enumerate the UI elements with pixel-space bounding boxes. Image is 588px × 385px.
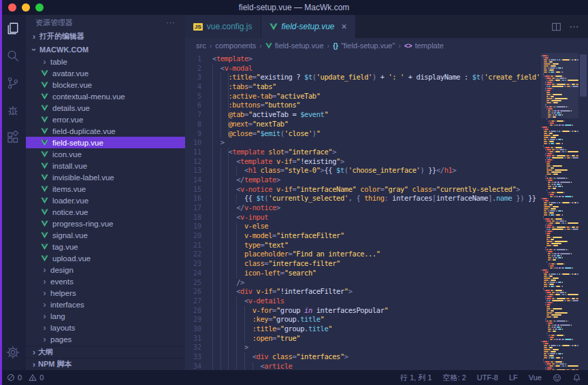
minimize-window-button[interactable] — [22, 3, 30, 12]
code-line[interactable]: 33 <div class="interfaces"> — [185, 352, 541, 362]
code-line[interactable]: 34 <article — [185, 362, 541, 370]
code-line[interactable]: 21 type="text" — [185, 241, 541, 250]
settings-icon[interactable] — [0, 339, 26, 366]
code-line[interactable]: 31 :open="true" — [185, 334, 541, 344]
tree-item-design[interactable]: ›design — [26, 264, 185, 275]
code-line[interactable]: 5 :active-tab="activeTab" — [185, 92, 541, 101]
code-line[interactable]: 27 <v-details — [185, 297, 541, 306]
code-line[interactable]: 23 class="interface-filter" — [185, 259, 541, 269]
tree-item-icon.vue[interactable]: icon.vue — [26, 148, 185, 160]
code-line[interactable]: 3 :title="existing ? $t('update_field') … — [185, 73, 541, 82]
code-token: : — [385, 194, 393, 203]
code-line[interactable]: 16 {{ $t('currently_selected', { thing: … — [185, 194, 541, 203]
workspace-section[interactable]: › MACWK.COM — [26, 43, 185, 56]
tree-item-helpers[interactable]: ›helpers — [26, 287, 185, 299]
code-line[interactable]: 32 > — [185, 343, 541, 352]
notifications-bell-icon[interactable] — [572, 373, 581, 382]
debug-icon[interactable] — [0, 97, 26, 124]
breadcrumb-item[interactable]: field-setup.vue — [265, 41, 324, 50]
explorer-icon[interactable] — [0, 15, 26, 42]
code-line[interactable]: 13 <h1 class="style-0">{{ $t('choose_int… — [185, 166, 541, 175]
code-line[interactable]: 18 <v-input — [185, 213, 541, 222]
code-line[interactable]: 17 </v-notice> — [185, 203, 541, 213]
code-line[interactable]: 1<template> — [185, 54, 541, 64]
code-area[interactable]: 1<template>2 <v-modal3 :title="existing … — [185, 53, 541, 370]
breadcrumb-item[interactable]: components — [215, 41, 256, 50]
tree-item-blocker.vue[interactable]: blocker.vue — [26, 79, 185, 90]
code-line[interactable]: 4 :tabs="tabs" — [185, 82, 541, 92]
sidebar-more-icon[interactable]: ··· — [166, 18, 176, 27]
minimap-line — [541, 171, 578, 173]
tree-item-error.vue[interactable]: error.vue — [26, 114, 185, 125]
encoding-setting[interactable]: UTF-8 — [477, 373, 498, 382]
tree-item-lang[interactable]: ›lang — [26, 310, 185, 322]
cursor-position[interactable]: 行 1, 列 1 — [400, 373, 431, 383]
code-line[interactable]: 12 <template v-if="!existing"> — [185, 157, 541, 167]
minimap-line — [541, 182, 578, 183]
problems-status[interactable]: 0 0 — [7, 373, 44, 382]
tree-item-field-setup.vue[interactable]: field-setup.vue — [26, 137, 185, 148]
breadcrumb-item[interactable]: <>template — [404, 41, 444, 50]
tree-item-contextual-menu.vue[interactable]: contextual-menu.vue — [26, 90, 185, 102]
code-line[interactable]: 20 v-model="interfaceFilter" — [185, 231, 541, 241]
indentation-setting[interactable]: 空格: 2 — [443, 373, 466, 383]
tree-item-signal.vue[interactable]: signal.vue — [26, 229, 185, 241]
code-line[interactable]: 22 placeholder="Find an interface..." — [185, 250, 541, 259]
split-editor-icon[interactable] — [547, 18, 565, 35]
tree-item-pages[interactable]: ›pages — [26, 333, 185, 345]
tree-item-loader.vue[interactable]: loader.vue — [26, 195, 185, 206]
minimap[interactable] — [541, 53, 578, 370]
code-line[interactable]: 14 </template> — [185, 175, 541, 185]
code-line[interactable]: 24 icon-left="search" — [185, 269, 541, 278]
tree-item-layouts[interactable]: ›layouts — [26, 322, 185, 333]
more-actions-icon[interactable] — [565, 18, 583, 35]
npm-scripts-section[interactable]: › NPM 脚本 — [26, 358, 185, 370]
tree-item-items.vue[interactable]: items.vue — [26, 183, 185, 195]
source-control-icon[interactable] — [0, 69, 26, 97]
tree-item-avatar.vue[interactable]: avatar.vue — [26, 67, 185, 79]
code-line[interactable]: 15 <v-notice v-if="interfaceName" color=… — [185, 185, 541, 195]
code-line[interactable]: 7 @tab="activeTab = $event" — [185, 110, 541, 120]
code-line[interactable]: 29 :key="group.title" — [185, 315, 541, 324]
tree-item-upload.vue[interactable]: upload.vue — [26, 252, 185, 264]
code-line[interactable]: 11 <template slot="interface"> — [185, 148, 541, 157]
outline-section[interactable]: › 大纲 — [26, 346, 185, 358]
search-icon[interactable] — [0, 42, 26, 69]
scrollbar-thumb[interactable] — [580, 54, 587, 97]
breadcrumb-item[interactable]: src — [196, 41, 206, 50]
tree-item-notice.vue[interactable]: notice.vue — [26, 206, 185, 218]
close-icon[interactable]: × — [342, 21, 347, 32]
tree-item-interfaces[interactable]: ›interfaces — [26, 299, 185, 310]
tree-item-field-duplicate.vue[interactable]: field-duplicate.vue — [26, 125, 185, 137]
indent-guide — [212, 175, 236, 185]
language-mode[interactable]: Vue — [529, 373, 542, 382]
extensions-icon[interactable] — [0, 124, 26, 151]
tree-item-invisible-label.vue[interactable]: invisible-label.vue — [26, 171, 185, 183]
code-line[interactable]: 10 > — [185, 138, 541, 148]
maximize-window-button[interactable] — [35, 3, 44, 12]
close-window-button[interactable] — [8, 3, 16, 12]
tree-item-install.vue[interactable]: install.vue — [26, 160, 185, 171]
vertical-scrollbar[interactable] — [578, 53, 588, 370]
code-line[interactable]: 28 v-for="group in interfacesPopular" — [185, 306, 541, 316]
code-line[interactable]: 8 @next="nextTab" — [185, 120, 541, 129]
code-line[interactable]: 2 <v-modal — [185, 64, 541, 73]
indent-guide — [212, 324, 252, 334]
tree-item-tag.vue[interactable]: tag.vue — [26, 241, 185, 252]
code-line[interactable]: 26 <div v-if="!interfaceFilter"> — [185, 287, 541, 297]
code-line[interactable]: 25 /> — [185, 278, 541, 288]
code-line[interactable]: 19 v-else — [185, 222, 541, 231]
code-line[interactable]: 6 :buttons="buttons" — [185, 101, 541, 110]
code-line[interactable]: 30 :title="group.title" — [185, 324, 541, 334]
breadcrumb-item[interactable]: {}"field-setup.vue" — [333, 41, 395, 50]
tab-field-setup.vue[interactable]: field-setup.vue× — [261, 15, 356, 38]
tree-item-details.vue[interactable]: details.vue — [26, 102, 185, 114]
eol-setting[interactable]: LF — [509, 373, 518, 382]
tree-item-table[interactable]: ›table — [26, 56, 185, 67]
open-editors-section[interactable]: › 打开的编辑器 — [26, 30, 185, 43]
feedback-smiley-icon[interactable] — [553, 373, 561, 382]
tab-vue.config.js[interactable]: JSvue.config.js — [185, 15, 261, 38]
code-line[interactable]: 9 @close="$emit('close')" — [185, 129, 541, 139]
tree-item-progress-ring.vue[interactable]: progress-ring.vue — [26, 218, 185, 229]
tree-item-events[interactable]: ›events — [26, 275, 185, 287]
